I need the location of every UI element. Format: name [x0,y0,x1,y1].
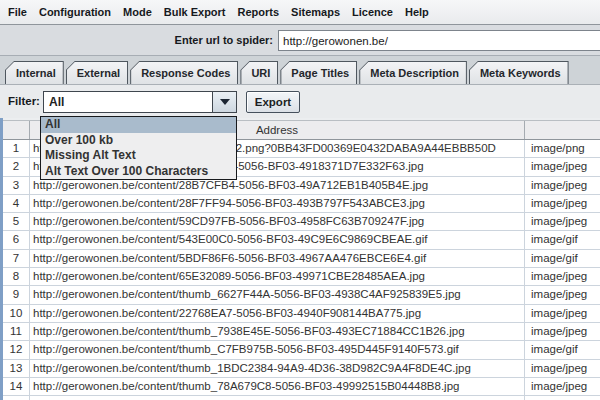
menu-item-sitemaps[interactable]: Sitemaps [285,0,346,24]
table-row[interactable]: 12http://gerowonen.be/content/thumb_C7FB… [3,341,600,359]
row-number-cell: 5 [3,213,30,230]
content-type-cell: image/jpeg [525,195,600,212]
row-number-cell: 8 [3,268,30,285]
tab-label-uri: URI [251,67,270,79]
tab-internal[interactable]: Internal [5,61,64,84]
row-number-cell: 10 [3,305,30,322]
dropdown-option-alt-text-over-100-characters[interactable]: Alt Text Over 100 Characters [41,164,236,180]
tab-label-meta-keywords: Meta Keywords [480,67,561,79]
row-number-cell: 7 [3,250,30,267]
tab-label-external: External [77,67,120,79]
table-row[interactable]: 14http://gerowonen.be/content/thumb_78A6… [3,378,600,396]
tab-label-meta-description: Meta Description [370,67,459,79]
menu-item-mode[interactable]: Mode [117,0,158,24]
table-row[interactable]: 4http://gerowonen.be/content/28F7FF94-50… [3,195,600,213]
menu-bar: FileConfigurationModeBulk ExportReportsS… [0,0,600,25]
row-number-cell: 13 [3,360,30,377]
row-number-cell: 6 [3,231,30,248]
header-row-number[interactable] [3,121,30,139]
table-row[interactable]: 9http://gerowonen.be/content/thumb_6627F… [3,286,600,304]
menu-item-reports[interactable]: Reports [232,0,286,24]
row-number-cell: 11 [3,323,30,340]
url-input[interactable] [278,30,600,51]
content-type-cell: image/jpeg [525,305,600,322]
table-row[interactable]: 10http://gerowonen.be/content/22768EA7-5… [3,305,600,323]
chevron-down-icon [220,99,230,105]
dropdown-option-all[interactable]: All [41,117,236,133]
table-row[interactable]: 6http://gerowonen.be/content/543E00C0-50… [3,231,600,249]
dropdown-option-over-100-kb[interactable]: Over 100 kb [41,133,236,149]
tab-external[interactable]: External [66,61,128,84]
address-cell: http://gerowonen.be/content/thumb_6627F4… [30,286,525,303]
tab-strip: InternalExternalResponse CodesURIPage Ti… [0,56,600,85]
menu-item-licence[interactable]: Licence [346,0,399,24]
content-type-cell: image/jpeg [525,213,600,230]
address-cell: http://gerowonen.be/content/thumb_1BDC23… [30,360,525,377]
menu-item-file[interactable]: File [2,0,33,24]
tab-inner-external: External [67,62,127,84]
content-type-cell: image/jpeg [525,268,600,285]
content-type-cell: image/png [525,140,600,157]
address-cell: http://gerowonen.be/content/thumb_7938E4… [30,323,525,340]
table-row[interactable]: 15http://gerowonen.be/content/375D66F5-5… [3,396,600,400]
tab-inner-internal: Internal [6,62,63,84]
filter-label: Filter: [8,85,40,118]
dropdown-option-missing-alt-text[interactable]: Missing Alt Text [41,148,236,164]
address-cell: http://gerowonen.be/content/543E00C0-505… [30,231,525,248]
content-type-cell: image/gif [525,231,600,248]
url-label: Enter url to spider: [0,25,273,55]
tab-inner-uri: URI [241,62,277,84]
tab-label-response-codes: Response Codes [141,67,230,79]
tab-label-internal: Internal [16,67,56,79]
url-bar: Enter url to spider: [0,25,600,56]
content-type-cell: image/jpeg [525,396,600,400]
menu-item-help[interactable]: Help [399,0,435,24]
address-cell: http://gerowonen.be/content/65E32089-505… [30,268,525,285]
table-row[interactable]: 5http://gerowonen.be/content/59CD97FB-50… [3,213,600,231]
row-number-cell: 15 [3,396,30,400]
row-number-cell: 3 [3,177,30,194]
menu-item-configuration[interactable]: Configuration [33,0,117,24]
table-row[interactable]: 7http://gerowonen.be/content/5BDF86F6-50… [3,250,600,268]
tab-page-titles[interactable]: Page Titles [280,61,357,84]
export-button[interactable]: Export [246,91,300,113]
tab-uri[interactable]: URI [240,61,278,84]
tab-inner-meta-keywords: Meta Keywords [470,62,568,84]
address-cell: http://gerowonen.be/content/28F7FF94-505… [30,195,525,212]
content-type-cell: image/jpeg [525,177,600,194]
row-number-cell: 14 [3,378,30,395]
tab-meta-keywords[interactable]: Meta Keywords [469,61,569,84]
header-content-type[interactable] [525,121,600,139]
content-type-cell: image/gif [525,250,600,267]
content-type-cell: image/gif [525,341,600,358]
tab-response-codes[interactable]: Response Codes [130,61,238,84]
tab-label-page-titles: Page Titles [291,67,349,79]
table-row[interactable]: 11http://gerowonen.be/content/thumb_7938… [3,323,600,341]
address-cell: http://gerowonen.be/content/375D66F5-505… [30,396,525,400]
row-number-cell: 2 [3,158,30,175]
address-cell: http://gerowonen.be/content/59CD97FB-505… [30,213,525,230]
table-row[interactable]: 8http://gerowonen.be/content/65E32089-50… [3,268,600,286]
row-number-cell: 4 [3,195,30,212]
tab-inner-meta-description: Meta Description [360,62,466,84]
filter-bar: Filter: All Export [0,85,600,118]
filter-combobox[interactable]: All [43,91,237,113]
content-type-cell: image/jpeg [525,378,600,395]
address-cell: http://gerowonen.be/content/thumb_C7FB97… [30,341,525,358]
content-type-cell: image/jpeg [525,360,600,377]
filter-combobox-value: All [44,92,212,112]
content-type-cell: image/jpeg [525,286,600,303]
row-number-cell: 9 [3,286,30,303]
table-row[interactable]: 13http://gerowonen.be/content/thumb_1BDC… [3,360,600,378]
tab-inner-page-titles: Page Titles [281,62,356,84]
address-cell: http://gerowonen.be/content/thumb_78A679… [30,378,525,395]
address-cell: http://gerowonen.be/content/22768EA7-505… [30,305,525,322]
combobox-arrow-button[interactable] [212,92,236,112]
address-cell: http://gerowonen.be/content/5BDF86F6-505… [30,250,525,267]
content-type-cell: image/jpeg [525,158,600,175]
row-number-cell: 12 [3,341,30,358]
filter-dropdown-popup: AllOver 100 kbMissing Alt TextAlt Text O… [40,116,237,180]
row-number-cell: 1 [3,140,30,157]
tab-meta-description[interactable]: Meta Description [359,61,467,84]
menu-item-bulk-export[interactable]: Bulk Export [158,0,232,24]
